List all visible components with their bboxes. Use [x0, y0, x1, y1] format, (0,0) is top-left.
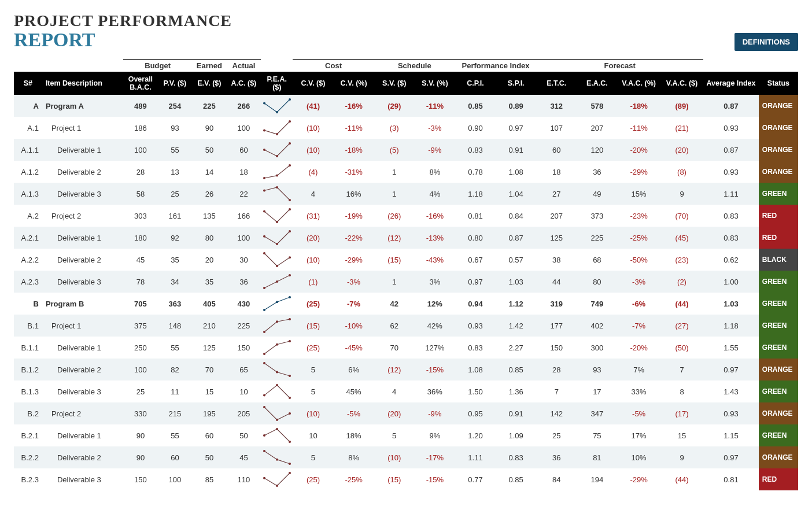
table-row: A.2.2Deliverable 245352030(10)-29%(15)-4… — [14, 249, 798, 271]
cell-sn: A.2.3 — [14, 271, 42, 293]
svg-point-5 — [289, 120, 291, 123]
col-vacp: V.A.C. (%) — [617, 72, 660, 95]
cell-vacp: -29% — [617, 468, 660, 490]
table-row: A.1.1Deliverable 1100555060(10)-18%(5)-9… — [14, 139, 798, 161]
cell-cv: (1) — [293, 271, 333, 293]
svg-point-53 — [289, 472, 291, 474]
cell-pv: 100 — [158, 468, 193, 490]
cell-ac: 430 — [227, 293, 261, 315]
cell-etc: 28 — [536, 359, 577, 380]
cell-cv: (10) — [293, 249, 333, 271]
cell-vac: (17) — [660, 402, 703, 424]
cell-sparkline — [261, 249, 293, 271]
cell-sparkline — [261, 380, 293, 402]
table-row: B.2.1Deliverable 1905560501018%59%1.201.… — [14, 424, 798, 446]
cell-ac: 166 — [227, 205, 261, 227]
cell-desc: Project 2 — [42, 205, 123, 227]
svg-point-48 — [263, 450, 265, 452]
status-badge: ORANGE — [759, 95, 798, 117]
cell-ev: 85 — [192, 468, 227, 490]
cell-avg: 0.83 — [703, 205, 759, 227]
cell-avg: 0.87 — [703, 139, 759, 161]
cell-sv: (15) — [374, 468, 415, 490]
cell-eac: 81 — [577, 446, 617, 468]
svg-point-38 — [289, 375, 291, 377]
svg-point-26 — [289, 274, 291, 276]
svg-point-52 — [276, 485, 278, 487]
cell-cv: (25) — [293, 337, 333, 359]
cell-vac: (2) — [660, 271, 703, 293]
cell-desc: Project 1 — [42, 315, 123, 337]
cell-cv: (10) — [293, 402, 333, 424]
col-ac: A.C. ($) — [227, 72, 261, 95]
cell-eac: 68 — [577, 249, 617, 271]
cell-avg: 0.87 — [703, 95, 759, 117]
cell-cpi: 1.20 — [455, 424, 496, 446]
cell-cpi: 0.81 — [455, 205, 496, 227]
cell-etc: 44 — [536, 271, 577, 293]
col-pea: P.E.A. ($) — [261, 72, 293, 95]
cell-ac: 205 — [227, 402, 261, 424]
cell-sv: (10) — [374, 446, 415, 468]
cell-ac: 60 — [227, 139, 261, 161]
col-spi: S.P.I. — [496, 72, 536, 95]
col-vac: V.A.C. ($) — [660, 72, 703, 95]
status-badge: ORANGE — [759, 161, 798, 183]
definitions-button[interactable]: DEFINITIONS — [735, 33, 798, 51]
svg-point-11 — [289, 164, 291, 167]
status-badge: GREEN — [759, 183, 798, 205]
cell-eac: 80 — [577, 271, 617, 293]
cell-ev: 80 — [192, 227, 227, 249]
cell-cvp: -29% — [334, 249, 374, 271]
cell-pv: 93 — [158, 117, 193, 139]
cell-cvp: -10% — [334, 315, 374, 337]
cell-ev: 405 — [192, 293, 227, 315]
cell-sn: B.1 — [14, 315, 42, 337]
cell-pv: 34 — [158, 271, 193, 293]
cell-svp: -15% — [415, 359, 455, 380]
cell-cv: (15) — [293, 315, 333, 337]
cell-desc: Program B — [42, 293, 123, 315]
table-row: B.1Project 1375148210225(15)-10%6242%0.9… — [14, 315, 798, 337]
cell-eac: 749 — [577, 293, 617, 315]
cell-ac: 36 — [227, 271, 261, 293]
performance-table: Budget Earned Actual Cost Schedule Perfo… — [14, 59, 798, 490]
cell-cv: (41) — [293, 95, 333, 117]
cell-vac: (70) — [660, 205, 703, 227]
group-actual: Actual — [227, 60, 261, 72]
cell-vacp: -18% — [617, 95, 660, 117]
cell-ac: 150 — [227, 337, 261, 359]
cell-pv: 60 — [158, 446, 193, 468]
cell-desc: Deliverable 3 — [42, 468, 123, 490]
cell-eac: 347 — [577, 402, 617, 424]
cell-avg: 1.00 — [703, 271, 759, 293]
svg-point-29 — [289, 296, 291, 298]
cell-bac: 250 — [123, 337, 158, 359]
cell-spi: 0.57 — [496, 249, 536, 271]
group-earned: Earned — [192, 60, 227, 72]
cell-sparkline — [261, 315, 293, 337]
cell-svp: -43% — [415, 249, 455, 271]
table-row: A.1.3Deliverable 358252622416%14%1.181.0… — [14, 183, 798, 205]
table-row: A.2Project 2303161135166(31)-19%(26)-16%… — [14, 205, 798, 227]
status-badge: GREEN — [759, 337, 798, 359]
cell-etc: 18 — [536, 161, 577, 183]
svg-point-30 — [263, 331, 265, 333]
cell-vac: (20) — [660, 139, 703, 161]
cell-sv: 4 — [374, 380, 415, 402]
cell-cpi: 1.50 — [455, 380, 496, 402]
cell-eac: 402 — [577, 315, 617, 337]
cell-cpi: 0.95 — [455, 402, 496, 424]
cell-bac: 186 — [123, 117, 158, 139]
cell-cvp: -5% — [334, 402, 374, 424]
cell-sparkline — [261, 293, 293, 315]
cell-vacp: -29% — [617, 161, 660, 183]
status-badge: RED — [759, 227, 798, 249]
cell-vacp: 10% — [617, 446, 660, 468]
cell-bac: 28 — [123, 161, 158, 183]
cell-vac: (50) — [660, 337, 703, 359]
cell-ev: 50 — [192, 446, 227, 468]
cell-svp: 127% — [415, 337, 455, 359]
cell-ev: 125 — [192, 337, 227, 359]
cell-sn: B.2.2 — [14, 446, 42, 468]
